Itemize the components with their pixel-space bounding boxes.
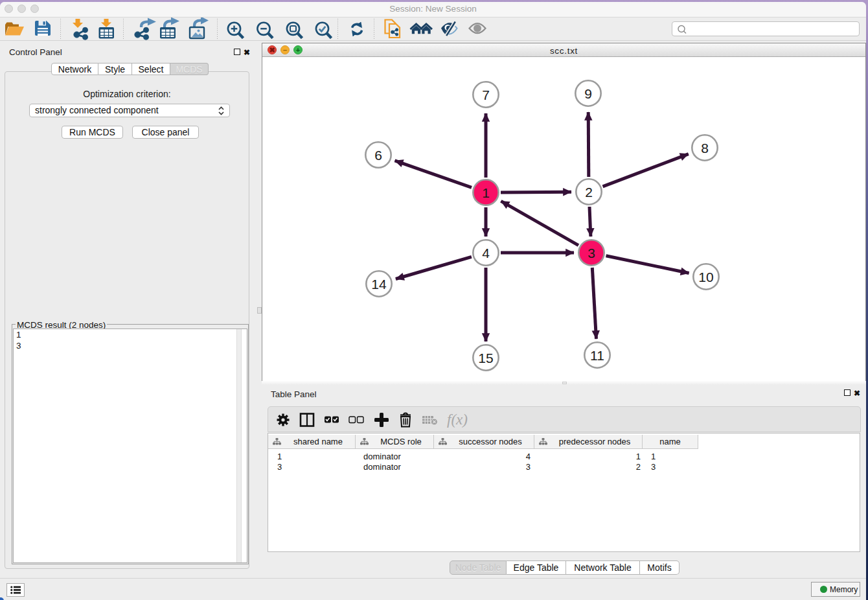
- svg-text:8: 8: [701, 141, 709, 156]
- svg-text:f(x): f(x): [447, 411, 468, 428]
- svg-text:2: 2: [585, 185, 593, 200]
- svg-text:9: 9: [584, 86, 592, 101]
- svg-text:7: 7: [482, 87, 490, 102]
- svg-text:10: 10: [698, 270, 713, 284]
- svg-text:6: 6: [374, 148, 382, 163]
- svg-text:3: 3: [588, 246, 595, 260]
- svg-text:11: 11: [590, 348, 604, 363]
- svg-text:15: 15: [478, 351, 493, 365]
- svg-text:1: 1: [482, 185, 490, 200]
- svg-text:4: 4: [482, 246, 490, 260]
- svg-text:14: 14: [371, 277, 387, 292]
